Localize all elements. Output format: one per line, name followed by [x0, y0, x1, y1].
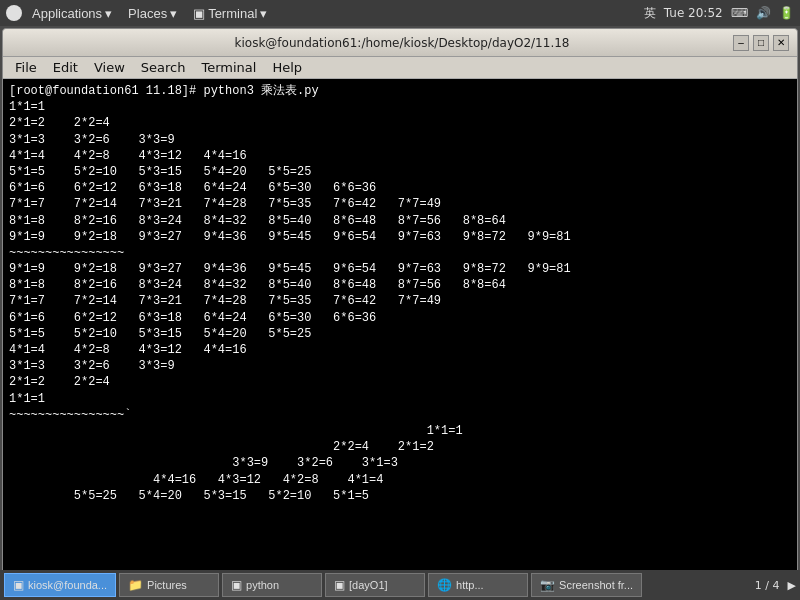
- terminal-arrow: ▾: [260, 6, 267, 21]
- applications-arrow: ▾: [105, 6, 112, 21]
- terminal-output[interactable]: [root@foundation61 11.18]# python3 乘法表.p…: [3, 79, 797, 584]
- top-bar-right: 英 Tue 20:52 ⌨ 🔊 🔋: [644, 5, 794, 22]
- screenshot-task-icon: 📷: [540, 578, 555, 592]
- next-page-arrow[interactable]: ▶: [788, 579, 796, 592]
- title-bar: kiosk@foundation61:/home/kiosk/Desktop/d…: [3, 29, 797, 57]
- applications-label: Applications: [32, 6, 102, 21]
- python-task-label: python: [246, 579, 279, 591]
- top-bar-left: Applications ▾ Places ▾ ▣ Terminal ▾: [6, 4, 273, 23]
- taskbar: ▣ kiosk@founda... 📁 Pictures ▣ python ▣ …: [0, 570, 800, 600]
- battery-icon: 🔋: [779, 6, 794, 20]
- places-arrow: ▾: [170, 6, 177, 21]
- system-top-bar: Applications ▾ Places ▾ ▣ Terminal ▾ 英 T…: [0, 0, 800, 26]
- task-http[interactable]: 🌐 http...: [428, 573, 528, 597]
- taskbar-right: 1 / 4 ▶: [755, 579, 796, 592]
- day01-task-label: [dayO1]: [349, 579, 388, 591]
- language-indicator: 英: [644, 5, 656, 22]
- menu-help[interactable]: Help: [264, 58, 310, 77]
- task-day01[interactable]: ▣ [dayO1]: [325, 573, 425, 597]
- terminal-icon: ▣: [193, 6, 205, 21]
- time-display: Tue 20:52: [664, 6, 723, 20]
- day01-task-icon: ▣: [334, 578, 345, 592]
- terminal-menu[interactable]: ▣ Terminal ▾: [187, 4, 273, 23]
- python-task-icon: ▣: [231, 578, 242, 592]
- http-task-icon: 🌐: [437, 578, 452, 592]
- menu-terminal[interactable]: Terminal: [193, 58, 264, 77]
- terminal-task-label: kiosk@founda...: [28, 579, 107, 591]
- window-title: kiosk@foundation61:/home/kiosk/Desktop/d…: [71, 36, 733, 50]
- terminal-window: kiosk@foundation61:/home/kiosk/Desktop/d…: [2, 28, 798, 585]
- app-logo-icon: [6, 5, 22, 21]
- task-screenshot[interactable]: 📷 Screenshot fr...: [531, 573, 642, 597]
- menu-search[interactable]: Search: [133, 58, 194, 77]
- terminal-label: Terminal: [208, 6, 257, 21]
- menu-file[interactable]: File: [7, 58, 45, 77]
- http-task-label: http...: [456, 579, 484, 591]
- maximize-button[interactable]: □: [753, 35, 769, 51]
- window-controls: – □ ✕: [733, 35, 789, 51]
- screenshot-task-label: Screenshot fr...: [559, 579, 633, 591]
- task-terminal[interactable]: ▣ kiosk@founda...: [4, 573, 116, 597]
- close-button[interactable]: ✕: [773, 35, 789, 51]
- menu-view[interactable]: View: [86, 58, 133, 77]
- task-pictures[interactable]: 📁 Pictures: [119, 573, 219, 597]
- minimize-button[interactable]: –: [733, 35, 749, 51]
- terminal-task-icon: ▣: [13, 578, 24, 592]
- places-label: Places: [128, 6, 167, 21]
- menu-bar: File Edit View Search Terminal Help: [3, 57, 797, 79]
- applications-menu[interactable]: Applications ▾: [26, 4, 118, 23]
- volume-icon: 🔊: [756, 6, 771, 20]
- task-python[interactable]: ▣ python: [222, 573, 322, 597]
- keyboard-icon: ⌨: [731, 6, 748, 20]
- menu-edit[interactable]: Edit: [45, 58, 86, 77]
- page-indicator: 1 / 4: [755, 579, 780, 592]
- pictures-task-icon: 📁: [128, 578, 143, 592]
- pictures-task-label: Pictures: [147, 579, 187, 591]
- places-menu[interactable]: Places ▾: [122, 4, 183, 23]
